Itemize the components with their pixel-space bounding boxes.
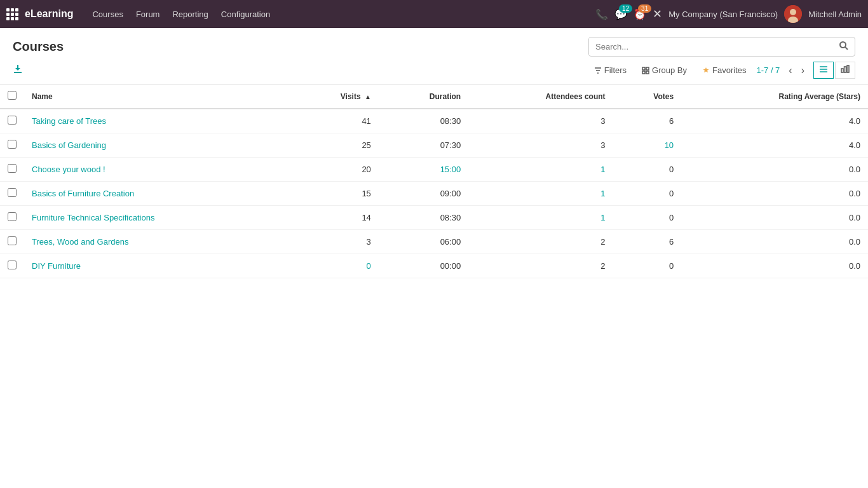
list-view-button[interactable] bbox=[813, 62, 834, 79]
favorites-button[interactable]: Favorites bbox=[697, 63, 751, 78]
row-visits-cell: 0 bbox=[290, 254, 379, 278]
prev-page-button[interactable]: ‹ bbox=[785, 64, 796, 78]
row-duration-cell: 07:30 bbox=[379, 133, 468, 158]
row-name-cell: DIY Furniture bbox=[24, 254, 290, 278]
table-body: Taking care of Trees 41 08:30 3 6 4.0 Ba… bbox=[0, 109, 868, 278]
toolbar-left bbox=[13, 64, 23, 77]
row-checkbox[interactable] bbox=[8, 212, 17, 221]
select-all-checkbox[interactable] bbox=[8, 91, 17, 100]
row-checkbox-cell bbox=[0, 158, 24, 182]
course-name-link[interactable]: DIY Furniture bbox=[32, 261, 81, 271]
col-header-rating[interactable]: Rating Average (Stars) bbox=[681, 85, 868, 109]
bar-chart-icon bbox=[841, 65, 850, 74]
row-visits-cell: 15 bbox=[290, 182, 379, 206]
filter-icon bbox=[594, 67, 602, 74]
course-name-link[interactable]: Basics of Furniture Creation bbox=[32, 189, 134, 198]
table-row: Taking care of Trees 41 08:30 3 6 4.0 bbox=[0, 109, 868, 133]
main-content: Courses Filters Group By F bbox=[0, 28, 868, 488]
chart-view-button[interactable] bbox=[835, 62, 855, 79]
chat-icon[interactable]: 💬 12 bbox=[614, 8, 627, 20]
main-nav: Courses Forum Reporting Configuration bbox=[92, 10, 595, 19]
row-checkbox[interactable] bbox=[8, 164, 17, 173]
view-buttons bbox=[813, 62, 855, 79]
svg-rect-5 bbox=[642, 67, 645, 70]
table-row: Trees, Wood and Gardens 3 06:00 2 6 0.0 bbox=[0, 230, 868, 254]
close-icon[interactable]: ✕ bbox=[653, 7, 662, 21]
row-attendees-cell: 1 bbox=[468, 182, 613, 206]
list-icon bbox=[819, 65, 828, 74]
row-checkbox[interactable] bbox=[8, 236, 17, 245]
row-attendees-cell: 2 bbox=[468, 230, 613, 254]
row-name-cell: Trees, Wood and Gardens bbox=[24, 230, 290, 254]
row-checkbox[interactable] bbox=[8, 261, 17, 269]
row-checkbox[interactable] bbox=[8, 140, 17, 149]
course-name-link[interactable]: Trees, Wood and Gardens bbox=[32, 237, 128, 247]
row-duration-cell: 09:00 bbox=[379, 182, 468, 206]
svg-rect-12 bbox=[841, 69, 843, 72]
toolbar: Filters Group By Favorites 1-7 / 7 ‹ › bbox=[0, 57, 868, 85]
groupby-button[interactable]: Group By bbox=[637, 63, 692, 78]
search-bar bbox=[588, 37, 855, 57]
row-attendees-cell: 3 bbox=[468, 109, 613, 133]
download-icon bbox=[13, 64, 23, 74]
row-checkbox-cell bbox=[0, 206, 24, 230]
activity-icon[interactable]: ⏰ 31 bbox=[634, 8, 646, 20]
row-rating-cell: 4.0 bbox=[681, 133, 868, 158]
next-page-button[interactable]: › bbox=[797, 64, 808, 78]
row-duration-cell: 08:30 bbox=[379, 206, 468, 230]
svg-point-1 bbox=[790, 9, 796, 15]
col-header-visits[interactable]: Visits ▲ bbox=[290, 85, 379, 109]
apps-menu-button[interactable] bbox=[6, 8, 18, 20]
row-votes-cell: 6 bbox=[613, 230, 682, 254]
nav-configuration[interactable]: Configuration bbox=[221, 10, 270, 19]
topbar-right: 📞 💬 12 ⏰ 31 ✕ My Company (San Francisco)… bbox=[595, 5, 862, 23]
row-rating-cell: 0.0 bbox=[681, 230, 868, 254]
course-name-link[interactable]: Taking care of Trees bbox=[32, 116, 106, 126]
row-name-cell: Taking care of Trees bbox=[24, 109, 290, 133]
search-input[interactable] bbox=[589, 38, 833, 55]
row-attendees-cell: 3 bbox=[468, 133, 613, 158]
row-votes-cell: 0 bbox=[613, 254, 682, 278]
row-attendees-cell: 1 bbox=[468, 158, 613, 182]
nav-reporting[interactable]: Reporting bbox=[172, 10, 208, 19]
groupby-icon bbox=[642, 67, 649, 74]
row-duration-cell: 15:00 bbox=[379, 158, 468, 182]
table-row: Furniture Technical Specifications 14 08… bbox=[0, 206, 868, 230]
search-button[interactable] bbox=[833, 37, 855, 56]
star-icon bbox=[702, 67, 710, 74]
row-visits-cell: 14 bbox=[290, 206, 379, 230]
user-avatar[interactable] bbox=[784, 5, 802, 23]
col-header-name[interactable]: Name bbox=[24, 85, 290, 109]
table-row: Choose your wood ! 20 15:00 1 0 0.0 bbox=[0, 158, 868, 182]
table-row: Basics of Furniture Creation 15 09:00 1 … bbox=[0, 182, 868, 206]
row-votes-cell: 0 bbox=[613, 206, 682, 230]
company-name: My Company (San Francisco) bbox=[668, 10, 778, 19]
phone-icon[interactable]: 📞 bbox=[595, 8, 608, 20]
row-checkbox[interactable] bbox=[8, 188, 17, 197]
col-header-votes[interactable]: Votes bbox=[613, 85, 682, 109]
row-name-cell: Choose your wood ! bbox=[24, 158, 290, 182]
pagination-info: 1-7 / 7 bbox=[756, 65, 780, 75]
course-name-link[interactable]: Basics of Gardening bbox=[32, 140, 106, 150]
page-title: Courses bbox=[13, 39, 64, 54]
row-checkbox-cell bbox=[0, 254, 24, 278]
col-header-duration[interactable]: Duration bbox=[379, 85, 468, 109]
course-name-link[interactable]: Furniture Technical Specifications bbox=[32, 213, 154, 222]
col-header-attendees[interactable]: Attendees count bbox=[468, 85, 613, 109]
toolbar-right: Filters Group By Favorites 1-7 / 7 ‹ › bbox=[589, 62, 855, 79]
row-votes-cell: 10 bbox=[613, 133, 682, 158]
course-name-link[interactable]: Choose your wood ! bbox=[32, 165, 105, 174]
user-name: Mitchell Admin bbox=[808, 10, 862, 19]
row-checkbox-cell bbox=[0, 230, 24, 254]
row-votes-cell: 0 bbox=[613, 182, 682, 206]
select-all-header[interactable] bbox=[0, 85, 24, 109]
page-header: Courses bbox=[0, 28, 868, 57]
nav-courses[interactable]: Courses bbox=[92, 10, 123, 19]
row-rating-cell: 0.0 bbox=[681, 182, 868, 206]
row-checkbox[interactable] bbox=[8, 116, 17, 125]
row-checkbox-cell bbox=[0, 133, 24, 158]
export-button[interactable] bbox=[13, 64, 23, 77]
filters-button[interactable]: Filters bbox=[589, 63, 632, 78]
svg-rect-7 bbox=[642, 71, 645, 74]
nav-forum[interactable]: Forum bbox=[136, 10, 160, 19]
